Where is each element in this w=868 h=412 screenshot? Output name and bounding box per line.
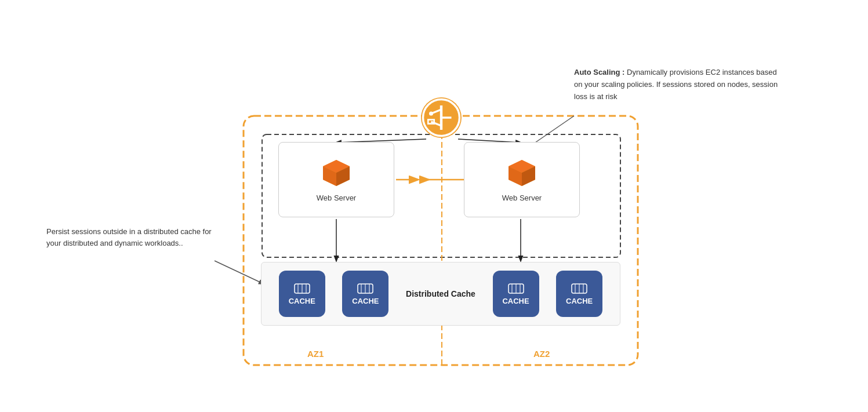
annotation-left: Persist sessions outside in a distribute… xyxy=(46,226,215,249)
cache-node-3: CACHE xyxy=(493,271,539,317)
diagram-container: Web Server Web Server CACHE xyxy=(0,0,868,412)
cache-node-3-label: CACHE xyxy=(502,297,529,305)
web-server-left-label: Web Server xyxy=(317,194,356,202)
load-balancer-icon xyxy=(421,97,462,138)
cache-node-1-label: CACHE xyxy=(289,297,315,305)
cache-node-4-label: CACHE xyxy=(566,297,593,305)
web-server-left: Web Server xyxy=(278,142,394,217)
svg-line-12 xyxy=(215,261,264,284)
cache-node-4: CACHE xyxy=(556,271,602,317)
cache-node-2: CACHE xyxy=(342,271,388,317)
cache-node-1: CACHE xyxy=(279,271,325,317)
az1-label: AZ1 xyxy=(307,349,324,359)
web-server-right-label: Web Server xyxy=(502,194,542,202)
cache-row: CACHE CACHE Distributed Cache CACHE xyxy=(261,262,620,326)
svg-point-18 xyxy=(429,112,433,116)
web-server-right: Web Server xyxy=(464,142,580,217)
annotation-right: Auto Scaling : Dynamically provisions EC… xyxy=(574,67,783,103)
az2-label: AZ2 xyxy=(533,349,550,359)
cache-node-2-label: CACHE xyxy=(352,297,379,305)
arrows-svg xyxy=(0,0,868,412)
distributed-cache-label: Distributed Cache xyxy=(406,289,475,299)
